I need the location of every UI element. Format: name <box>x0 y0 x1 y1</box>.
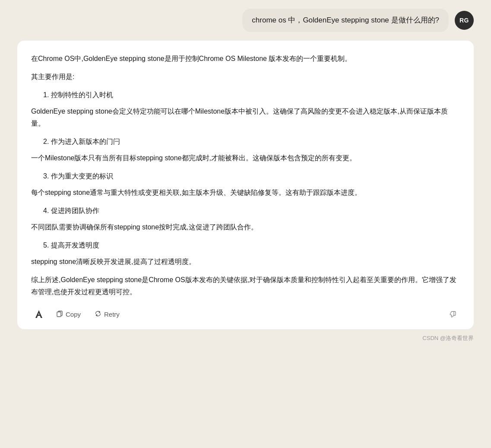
svg-rect-1 <box>57 312 61 317</box>
retry-button[interactable]: Retry <box>89 307 126 322</box>
numbered-item-3-title: 3. 作为重大变更的标识 <box>31 170 460 182</box>
footer: CSDN @洛奇看世界 <box>0 331 491 346</box>
response-para-5: 一个Milestone版本只有当所有目标stepping stone都完成时,才… <box>31 152 460 164</box>
user-message-bubble: chrome os 中，GoldenEye stepping stone 是做什… <box>242 9 449 32</box>
copy-label: Copy <box>66 311 81 318</box>
numbered-item-1-title: 1. 控制特性的引入时机 <box>31 89 460 101</box>
copy-button[interactable]: Copy <box>50 307 87 322</box>
copy-icon <box>56 310 63 319</box>
numbered-item-2-title: 2. 作为进入新版本的门闩 <box>31 136 460 148</box>
response-para-1: 其主要作用是: <box>31 71 460 83</box>
retry-label: Retry <box>104 311 120 318</box>
ai-logo <box>31 307 47 322</box>
response-para-3: GoldenEye stepping stone会定义特定功能可以在哪个Mile… <box>31 105 460 130</box>
response-para-11: stepping stone清晰反映开发进展,提高了过程透明度。 <box>31 256 460 268</box>
response-para-9: 不同团队需要协调确保所有stepping stone按时完成,这促进了跨团队合作… <box>31 221 460 233</box>
anthropic-icon <box>33 308 45 321</box>
numbered-item-4-title: 4. 促进跨团队协作 <box>31 205 460 217</box>
thumbs-down-icon <box>449 311 456 318</box>
action-buttons-group: Copy Retry <box>31 307 126 322</box>
response-para-0: 在Chrome OS中,GoldenEye stepping stone是用于控… <box>31 53 460 65</box>
ai-response-content: 在Chrome OS中,GoldenEye stepping stone是用于控… <box>31 53 460 298</box>
user-message-row: chrome os 中，GoldenEye stepping stone 是做什… <box>0 9 491 32</box>
avatar: RG <box>455 11 474 30</box>
action-bar: Copy Retry <box>31 304 460 322</box>
user-message-text: chrome os 中，GoldenEye stepping stone 是做什… <box>252 16 439 24</box>
response-summary: 综上所述,GoldenEye stepping stone是Chrome OS版… <box>31 274 460 298</box>
thumbs-down-button[interactable] <box>445 308 460 321</box>
numbered-item-5-title: 5. 提高开发透明度 <box>31 239 460 251</box>
footer-text: CSDN @洛奇看世界 <box>422 334 474 342</box>
response-para-7: 每个stepping stone通常与重大特性或变更相关联,如主版本升级、关键缺… <box>31 187 460 199</box>
retry-icon <box>95 310 101 319</box>
ai-response-card: 在Chrome OS中,GoldenEye stepping stone是用于控… <box>17 41 474 329</box>
